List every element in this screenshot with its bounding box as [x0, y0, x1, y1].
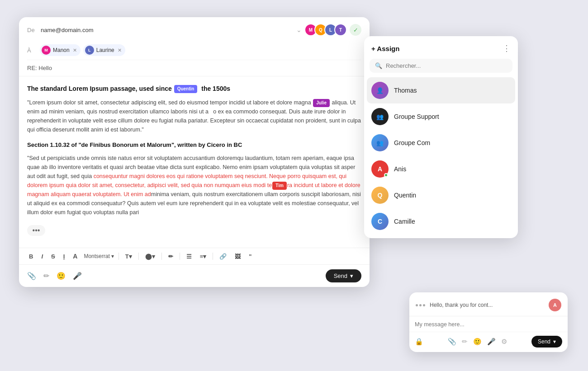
- search-input[interactable]: [386, 62, 507, 69]
- separator-5: [213, 253, 213, 260]
- send-chevron-icon: ▾: [350, 272, 353, 279]
- chat-settings-icon[interactable]: ⚙: [501, 338, 507, 346]
- laurine-name: Laurine: [96, 47, 114, 53]
- julie-cursor: Julie: [313, 99, 330, 107]
- bold-button[interactable]: B: [27, 252, 35, 261]
- chat-dot-2: [419, 304, 422, 306]
- anis-avatar: A: [371, 160, 389, 178]
- assign-item-thomas[interactable]: 👤 Thomas: [367, 77, 515, 103]
- align-button[interactable]: ≡▾: [198, 252, 209, 261]
- from-label: De: [27, 27, 37, 33]
- to-label: À: [27, 47, 37, 54]
- assign-item-camille[interactable]: C Camille: [367, 208, 515, 235]
- assign-item-groupe-support[interactable]: 👥 Groupe Support: [367, 103, 515, 130]
- body-paragraph-1: "Lorem ipsum dolor sit amet, consectetur…: [27, 98, 361, 134]
- separator-1: [119, 253, 119, 260]
- email-header: De name@domain.com ⌄ M Q L T ✓ À M Manon…: [19, 17, 370, 76]
- chat-toolbar: 🔒 📎 ✏ 🙂 🎤 ⚙ Send ▾: [409, 332, 568, 352]
- chat-dots: [416, 304, 425, 306]
- assign-item-anis[interactable]: A Anis: [367, 156, 515, 182]
- laurine-remove-icon[interactable]: ✕: [118, 47, 122, 53]
- section-title: Section 1.10.32 of "de Finibus Bonorum e…: [27, 141, 361, 150]
- assign-title-button[interactable]: + Assign: [371, 45, 399, 52]
- font-name: Montserrat: [84, 253, 109, 259]
- check-button[interactable]: ✓: [350, 24, 361, 36]
- email-compose-window: De name@domain.com ⌄ M Q L T ✓ À M Manon…: [19, 17, 370, 287]
- chat-preview: Hello, thank you for cont...: [430, 302, 544, 308]
- chat-edit-icon[interactable]: ✏: [462, 338, 468, 346]
- email-from-row: De name@domain.com ⌄ M Q L T ✓: [27, 23, 361, 41]
- chat-send-label: Send: [538, 338, 550, 345]
- chat-icons-group: 📎 ✏ 🙂 🎤 ⚙: [448, 338, 507, 346]
- quentin-name: Quentin: [394, 192, 416, 199]
- manon-remove-icon[interactable]: ✕: [73, 47, 77, 53]
- color-button[interactable]: ⬤▾: [143, 252, 157, 261]
- text-style-button[interactable]: A: [71, 252, 79, 261]
- image-button[interactable]: 🖼: [233, 252, 242, 261]
- thomas-name: Thomas: [394, 87, 417, 94]
- list-button[interactable]: ☰: [185, 252, 194, 261]
- assign-panel: + Assign ⋮ 🔍 👤 Thomas 👥 Groupe Support 👥: [364, 36, 518, 238]
- manon-name: Manon: [53, 47, 70, 53]
- text-size-button[interactable]: T▾: [123, 252, 134, 261]
- quentin-avatar: Q: [371, 187, 389, 204]
- tim-cursor: Tim: [272, 182, 287, 190]
- chat-input[interactable]: [415, 321, 562, 328]
- groupe-support-name: Groupe Support: [394, 113, 439, 120]
- chat-message-row: Hello, thank you for cont... A: [409, 292, 568, 316]
- italic-button[interactable]: I: [39, 252, 45, 261]
- send-button[interactable]: Send ▾: [326, 269, 361, 282]
- mic-icon[interactable]: 🎤: [73, 272, 82, 280]
- link-button[interactable]: 🔗: [218, 252, 228, 261]
- email-body[interactable]: The standard Lorem Ipsum passage, used s…: [19, 76, 370, 248]
- bottom-icons: 📎 ✏ 🙂 🎤: [27, 272, 82, 280]
- edit-icon[interactable]: ✏: [43, 272, 49, 280]
- recipient-manon[interactable]: M Manon ✕: [40, 44, 81, 56]
- manon-avatar: M: [42, 46, 51, 55]
- body-heading: The standard Lorem Ipsum passage, used s…: [27, 84, 361, 94]
- separator-4: [180, 253, 180, 260]
- chat-send-button[interactable]: Send ▾: [531, 336, 562, 348]
- groupe-support-avatar: 👥: [371, 108, 389, 125]
- chat-emoji-icon[interactable]: 🙂: [473, 338, 482, 346]
- thomas-avatar: 👤: [371, 82, 389, 99]
- email-toolbar: B I S I A Montserrat ▾ T▾ ⬤▾ ✏ ☰ ≡▾ 🔗 🖼 …: [19, 248, 370, 264]
- anis-name: Anis: [394, 165, 406, 173]
- email-bottom-bar: 📎 ✏ 🙂 🎤 Send ▾: [19, 264, 370, 287]
- groupe-com-name: Groupe Com: [394, 139, 430, 146]
- chat-user-avatar: A: [549, 299, 561, 311]
- chat-dot-1: [416, 304, 418, 306]
- assign-item-groupe-com[interactable]: 👥 Groupe Com: [367, 130, 515, 156]
- camille-avatar: C: [371, 213, 389, 230]
- chat-mic-icon[interactable]: 🎤: [487, 338, 496, 346]
- send-label: Send: [334, 272, 347, 279]
- recipient-laurine[interactable]: L Laurine ✕: [83, 44, 125, 56]
- underline-button[interactable]: I: [62, 252, 67, 261]
- avatar-t: T: [334, 23, 347, 36]
- groupe-com-avatar: 👥: [371, 134, 389, 151]
- chat-user-initial: A: [553, 302, 557, 308]
- assign-header: + Assign ⋮: [364, 36, 518, 59]
- body-paragraph-2: "Sed ut perspiciatis unde omnis iste nat…: [27, 154, 361, 217]
- more-button[interactable]: •••: [27, 225, 45, 236]
- separator-2: [138, 253, 139, 260]
- laurine-avatar: L: [85, 46, 94, 55]
- search-icon: 🔍: [375, 62, 382, 69]
- emoji-icon[interactable]: 🙂: [57, 272, 66, 280]
- font-selector[interactable]: Montserrat ▾: [84, 253, 114, 259]
- assign-more-button[interactable]: ⋮: [503, 43, 511, 53]
- from-chevron-icon[interactable]: ⌄: [296, 26, 302, 33]
- email-subject: RE: Hello: [27, 60, 361, 76]
- separator-3: [161, 253, 162, 260]
- quote-button[interactable]: ": [247, 252, 253, 261]
- lock-icon: 🔒: [415, 338, 423, 346]
- assign-item-quentin[interactable]: Q Quentin: [367, 182, 515, 208]
- email-to-row: À M Manon ✕ L Laurine ✕: [27, 41, 361, 60]
- chat-input-row[interactable]: [409, 316, 568, 332]
- chat-bubble: Hello, thank you for cont... A 🔒 📎 ✏ 🙂 🎤…: [409, 292, 568, 352]
- avatar-stack: M Q L T: [304, 23, 347, 36]
- highlight-button[interactable]: ✏: [166, 252, 175, 261]
- strikethrough-button[interactable]: S: [49, 252, 57, 261]
- attach-icon[interactable]: 📎: [27, 272, 36, 280]
- chat-attach-icon[interactable]: 📎: [448, 338, 456, 346]
